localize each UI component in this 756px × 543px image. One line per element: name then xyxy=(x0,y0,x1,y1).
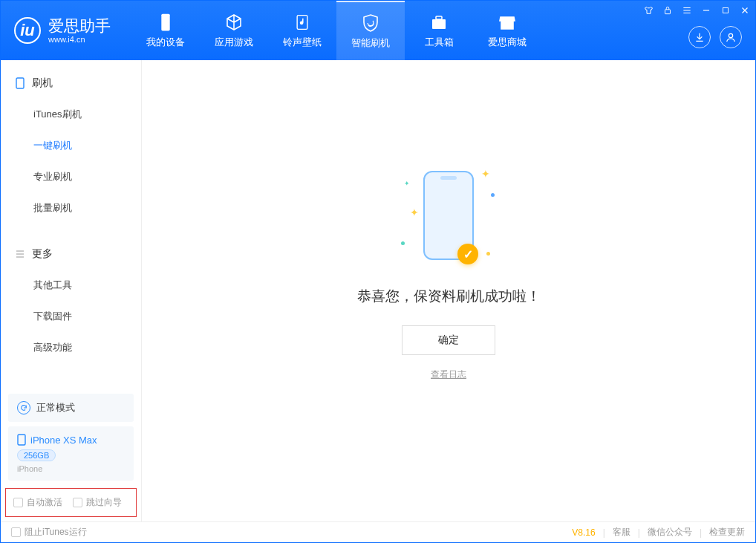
tab-smart-flash[interactable]: 智能刷机 xyxy=(336,1,405,60)
checkbox-icon xyxy=(13,498,23,507)
sidebar-item-batch-flash[interactable]: 批量刷机 xyxy=(1,192,141,224)
phone-illustration: ✓ xyxy=(423,171,474,260)
minimize-button[interactable] xyxy=(700,4,713,17)
download-button[interactable] xyxy=(688,26,711,48)
tab-label: 工具箱 xyxy=(425,36,454,49)
status-bar: 阻止iTunes运行 V8.16 | 客服 | 微信公众号 | 检查更新 xyxy=(1,521,755,542)
tab-store[interactable]: 爱思商城 xyxy=(473,1,541,60)
shield-refresh-icon xyxy=(361,13,380,33)
success-message: 恭喜您，保资料刷机成功啦！ xyxy=(357,287,541,306)
auto-activate-checkbox[interactable]: 自动激活 xyxy=(13,496,62,509)
svg-rect-7 xyxy=(16,78,24,88)
toolbox-icon xyxy=(429,13,449,32)
sidebar-item-itunes-flash[interactable]: iTunes刷机 xyxy=(1,99,141,130)
store-icon xyxy=(498,13,517,32)
check-badge-icon: ✓ xyxy=(457,244,478,264)
lock-icon[interactable] xyxy=(661,4,674,17)
svg-rect-0 xyxy=(665,10,671,14)
checkbox-icon xyxy=(11,527,21,537)
version-label: V8.16 xyxy=(572,527,595,538)
tab-label: 我的设备 xyxy=(146,36,185,49)
skip-guide-checkbox[interactable]: 跳过向导 xyxy=(73,496,122,509)
checkbox-icon xyxy=(73,498,82,507)
user-button[interactable] xyxy=(720,26,742,48)
tab-label: 爱思商城 xyxy=(488,36,527,49)
sidebar-item-oneclick-flash[interactable]: 一键刷机 xyxy=(1,130,141,161)
maximize-button[interactable] xyxy=(719,4,732,17)
options-highlight: 自动激活 跳过向导 xyxy=(5,488,137,517)
brand-url: www.i4.cn xyxy=(48,35,111,44)
brand-name: 爱思助手 xyxy=(48,17,111,34)
svg-rect-8 xyxy=(18,435,25,445)
phone-icon xyxy=(156,13,175,32)
tab-label: 应用游戏 xyxy=(215,36,253,49)
close-button[interactable] xyxy=(738,4,752,17)
header: iu 爱思助手 www.i4.cn 我的设备 应用游戏 铃声壁纸 智能刷机 xyxy=(1,1,755,60)
support-link[interactable]: 客服 xyxy=(613,526,630,539)
sidebar: 刷机 iTunes刷机 一键刷机 专业刷机 批量刷机 更多 其他工具 下载固件 … xyxy=(1,60,142,521)
device-icon xyxy=(14,77,26,89)
mode-label: 正常模式 xyxy=(36,401,75,414)
checkbox-label: 阻止iTunes运行 xyxy=(25,526,87,539)
sidebar-item-advanced[interactable]: 高级功能 xyxy=(1,332,141,363)
checkbox-label: 自动激活 xyxy=(27,496,62,509)
svg-rect-4 xyxy=(432,19,446,29)
section-title: 更多 xyxy=(32,247,53,261)
checkbox-label: 跳过向导 xyxy=(86,496,122,509)
menu-icon[interactable] xyxy=(680,4,694,17)
device-card[interactable]: iPhone XS Max 256GB iPhone xyxy=(8,426,134,481)
cube-icon xyxy=(224,13,244,32)
tab-ringtone-wallpaper[interactable]: 铃声壁纸 xyxy=(268,1,336,60)
svg-rect-1 xyxy=(723,8,729,13)
device-type: iPhone xyxy=(17,464,125,473)
nav-tabs: 我的设备 应用游戏 铃声壁纸 智能刷机 工具箱 爱思商城 xyxy=(131,1,541,60)
ok-button[interactable]: 确定 xyxy=(402,325,495,355)
block-itunes-checkbox[interactable]: 阻止iTunes运行 xyxy=(11,526,87,539)
sidebar-item-pro-flash[interactable]: 专业刷机 xyxy=(1,161,141,192)
refresh-icon xyxy=(17,401,30,414)
device-mode[interactable]: 正常模式 xyxy=(8,394,134,422)
tab-my-device[interactable]: 我的设备 xyxy=(131,1,200,60)
success-illustration: ✦ ✦ ✦ ✓ xyxy=(423,171,474,260)
svg-point-6 xyxy=(729,33,732,37)
svg-rect-2 xyxy=(161,13,169,30)
logo-icon: iu xyxy=(14,17,41,44)
phone-small-icon xyxy=(17,434,26,446)
sidebar-section-more: 更多 xyxy=(1,238,141,270)
music-icon xyxy=(293,13,312,32)
sidebar-item-download-firmware[interactable]: 下载固件 xyxy=(1,301,141,332)
sidebar-section-flash: 刷机 xyxy=(1,68,141,99)
tshirt-icon[interactable] xyxy=(642,4,655,17)
device-name-text: iPhone XS Max xyxy=(30,435,97,446)
svg-rect-5 xyxy=(436,16,442,19)
wechat-link[interactable]: 微信公众号 xyxy=(648,526,692,539)
section-title: 刷机 xyxy=(32,77,53,90)
list-icon xyxy=(14,248,26,260)
sidebar-item-other-tools[interactable]: 其他工具 xyxy=(1,270,141,301)
tab-label: 智能刷机 xyxy=(351,36,390,50)
capacity-badge: 256GB xyxy=(17,449,56,461)
tab-apps-games[interactable]: 应用游戏 xyxy=(200,1,268,60)
logo[interactable]: iu 爱思助手 www.i4.cn xyxy=(1,1,124,60)
view-log-link[interactable]: 查看日志 xyxy=(431,368,466,381)
main-content: ✦ ✦ ✦ ✓ 恭喜您，保资料刷机成功啦！ 确定 查看日志 xyxy=(142,60,755,521)
tab-toolbox[interactable]: 工具箱 xyxy=(405,1,473,60)
tab-label: 铃声壁纸 xyxy=(283,36,322,49)
window-controls xyxy=(642,4,752,17)
check-update-link[interactable]: 检查更新 xyxy=(709,526,745,539)
